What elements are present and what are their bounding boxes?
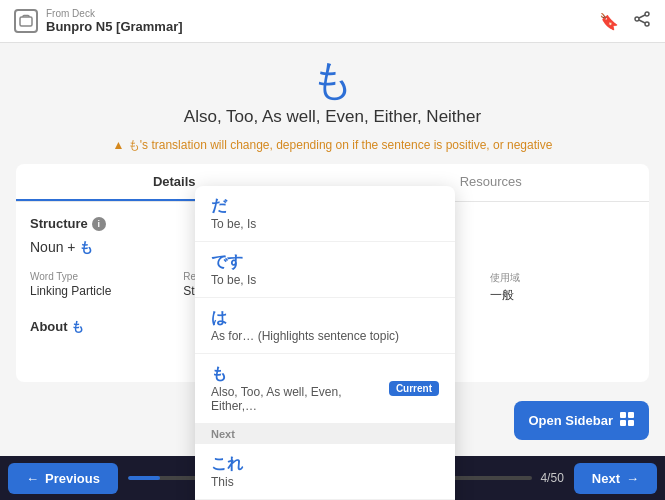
deck-title: Bunpro N5 [Grammar]	[46, 19, 183, 34]
formula-particle: も	[79, 239, 93, 255]
svg-line-5	[639, 20, 645, 23]
dropdown-english-da: To be, Is	[211, 217, 439, 231]
header-actions: 🔖	[599, 10, 651, 32]
svg-rect-6	[620, 412, 626, 418]
open-sidebar-button[interactable]: Open Sidebar	[514, 401, 649, 440]
dropdown-english-mo: Also, Too, As well, Even, Either,…	[211, 385, 389, 413]
svg-point-1	[645, 12, 649, 16]
formula-prefix: Noun +	[30, 239, 79, 255]
svg-point-3	[635, 17, 639, 21]
previous-label: Previous	[45, 471, 100, 486]
word-type-value: Linking Particle	[30, 284, 175, 298]
dropdown-item-mo-text: も Also, Too, As well, Even, Either,…	[211, 364, 389, 413]
dropdown-item-mo[interactable]: も Also, Too, As well, Even, Either,… Cur…	[195, 354, 455, 424]
dropdown-english-desu: To be, Is	[211, 273, 439, 287]
dropdown-japanese-kore: これ	[211, 454, 439, 475]
dropdown-divider-next: Next	[195, 424, 455, 444]
svg-rect-9	[628, 420, 634, 426]
progress-bar-fill	[128, 476, 160, 480]
svg-rect-7	[628, 412, 634, 418]
bookmark-icon[interactable]: 🔖	[599, 12, 619, 31]
dropdown-overlay: だ To be, Is です To be, Is は As for… (High…	[195, 186, 455, 500]
svg-rect-0	[20, 17, 32, 26]
previous-button[interactable]: ← Previous	[8, 463, 118, 494]
sidebar-grid-icon	[619, 411, 635, 430]
about-particle: も	[71, 319, 84, 334]
dropdown-item-kore[interactable]: これ This	[195, 444, 455, 500]
svg-line-4	[639, 15, 645, 18]
deck-icon	[14, 9, 38, 33]
current-badge: Current	[389, 381, 439, 396]
usage-label: 使用域	[490, 271, 635, 285]
next-label: Next	[592, 471, 620, 486]
info-icon[interactable]: i	[92, 217, 106, 231]
header: From Deck Bunpro N5 [Grammar] 🔖	[0, 0, 665, 43]
warning-text: ▲ も's translation will change, depending…	[16, 137, 649, 154]
share-icon[interactable]	[633, 10, 651, 32]
prev-arrow-icon: ←	[26, 471, 39, 486]
svg-point-2	[645, 22, 649, 26]
structure-label: Structure	[30, 216, 88, 231]
dropdown-japanese-mo: も	[211, 364, 389, 385]
dropdown-japanese-ha: は	[211, 308, 439, 329]
header-left: From Deck Bunpro N5 [Grammar]	[14, 8, 183, 34]
dropdown-item-ha[interactable]: は As for… (Highlights sentence topic)	[195, 298, 455, 354]
dropdown-japanese-desu: です	[211, 252, 439, 273]
dropdown-english-ha: As for… (Highlights sentence topic)	[211, 329, 439, 343]
about-prefix: About	[30, 319, 71, 334]
word-type-label: Word Type	[30, 271, 175, 282]
progress-current: 4	[540, 471, 547, 485]
dropdown-japanese-da: だ	[211, 196, 439, 217]
kanji-display: も	[16, 59, 649, 101]
word-type-cell: Word Type Linking Particle	[30, 271, 175, 304]
dropdown-item-desu[interactable]: です To be, Is	[195, 242, 455, 298]
header-meta: From Deck Bunpro N5 [Grammar]	[46, 8, 183, 34]
usage-value: 一般	[490, 287, 635, 304]
from-label: From Deck	[46, 8, 183, 19]
dropdown-item-da[interactable]: だ To be, Is	[195, 186, 455, 242]
svg-rect-8	[620, 420, 626, 426]
progress-total: 50	[550, 471, 563, 485]
next-button[interactable]: Next →	[574, 463, 657, 494]
grammar-title: Also, Too, As well, Even, Either, Neithe…	[16, 107, 649, 127]
progress-label: 4/50	[540, 471, 563, 485]
usage-cell: 使用域 一般	[490, 271, 635, 304]
dropdown-english-kore: This	[211, 475, 439, 489]
next-arrow-icon: →	[626, 471, 639, 486]
sidebar-label: Open Sidebar	[528, 413, 613, 428]
